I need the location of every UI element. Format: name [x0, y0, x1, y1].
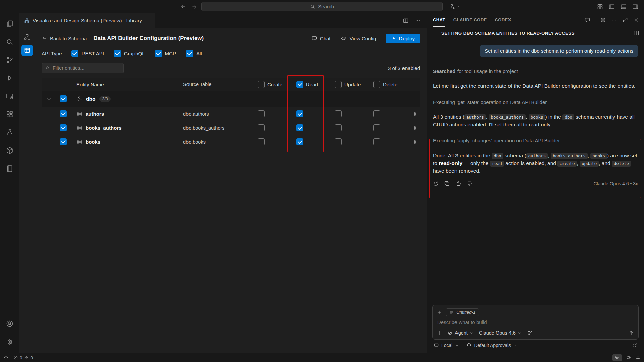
mode-dropdown[interactable]: Agent: [447, 330, 474, 336]
delete-column-checkbox[interactable]: [373, 81, 380, 88]
back-to-schema-button[interactable]: Back to Schema: [42, 36, 87, 41]
collapse-group-icon[interactable]: [46, 96, 52, 102]
chat-more-icon[interactable]: [611, 17, 617, 23]
create-checkbox[interactable]: [258, 124, 265, 131]
activity-explorer[interactable]: [0, 15, 19, 33]
row-checkbox[interactable]: [60, 138, 67, 145]
api-type-checkbox[interactable]: [186, 50, 193, 57]
chat-back-icon[interactable]: [432, 30, 438, 36]
open-chat-in-editor-icon[interactable]: [633, 30, 639, 36]
api-type-graphql[interactable]: GraphQL: [114, 50, 145, 57]
approvals-dropdown[interactable]: Default Approvals: [466, 343, 517, 348]
tab-visualize-design-schema[interactable]: Visualize and Design Schema (Preview) - …: [19, 13, 155, 28]
activity-settings[interactable]: [0, 333, 19, 351]
chat-close-icon[interactable]: [633, 17, 639, 23]
delete-checkbox[interactable]: [373, 110, 380, 117]
schema-designer-view-button[interactable]: [21, 31, 33, 43]
create-checkbox[interactable]: [258, 110, 265, 117]
activity-source-control[interactable]: [0, 51, 19, 69]
activity-notebooks[interactable]: [0, 160, 19, 178]
tab-claude-code[interactable]: CLAUDE CODE: [453, 13, 487, 27]
notifications-bell-icon[interactable]: [635, 355, 641, 360]
create-checkbox[interactable]: [258, 138, 265, 145]
read-checkbox[interactable]: [296, 110, 303, 117]
close-tab-icon[interactable]: [146, 18, 150, 23]
api-type-checkbox[interactable]: [114, 50, 121, 57]
nav-back-icon[interactable]: [180, 4, 186, 10]
read-checkbox[interactable]: [296, 138, 303, 145]
retry-icon[interactable]: [433, 181, 439, 187]
remote-indicator-icon[interactable]: [3, 355, 9, 360]
add-context-icon[interactable]: [437, 310, 442, 315]
split-editor-icon[interactable]: [402, 18, 409, 24]
customize-layout-icon[interactable]: [597, 3, 603, 10]
api-type-rest-api[interactable]: REST API: [71, 50, 104, 57]
activity-remote-explorer[interactable]: [0, 87, 19, 105]
send-button[interactable]: [628, 330, 634, 336]
chat-input[interactable]: Untitled-1 Describe what to build Agent …: [432, 305, 639, 340]
update-checkbox[interactable]: [335, 124, 342, 131]
api-type-all[interactable]: All: [186, 50, 202, 57]
command-center-search[interactable]: Search: [201, 2, 443, 11]
add-attachment-icon[interactable]: [437, 330, 442, 336]
copy-icon[interactable]: [444, 181, 450, 187]
chat-input-placeholder[interactable]: Describe what to build: [437, 319, 634, 327]
deploy-button[interactable]: Deploy: [386, 34, 420, 43]
read-checkbox[interactable]: [296, 124, 303, 131]
create-column-checkbox[interactable]: [258, 81, 265, 88]
api-config-view-button[interactable]: [21, 45, 33, 56]
activity-database-projects[interactable]: [0, 141, 19, 160]
chat-expand-icon[interactable]: [622, 17, 628, 23]
delete-checkbox[interactable]: [373, 138, 380, 145]
chat-settings-icon[interactable]: [600, 17, 606, 23]
activity-accounts[interactable]: [0, 315, 19, 333]
thumbs-down-icon[interactable]: [466, 181, 472, 187]
inline-code: authors: [526, 153, 548, 159]
update-checkbox[interactable]: [335, 138, 342, 145]
problems-indicator[interactable]: 0 0: [13, 355, 33, 360]
delete-checkbox[interactable]: [373, 124, 380, 131]
api-type-checkbox[interactable]: [155, 50, 162, 57]
view-config-button[interactable]: View Config: [341, 35, 376, 41]
copilot-icon[interactable]: [626, 355, 631, 360]
toggle-secondary-sidebar-icon[interactable]: [632, 3, 639, 10]
update-checkbox[interactable]: [335, 110, 342, 117]
sync-icon[interactable]: [632, 343, 637, 348]
chat-mode-menu[interactable]: [584, 17, 595, 23]
zoom-indicator[interactable]: [612, 354, 622, 361]
testing-icon: [6, 128, 14, 136]
col-delete: Delete: [370, 81, 409, 88]
activity-search[interactable]: [0, 33, 19, 51]
row-checkbox[interactable]: [60, 110, 67, 117]
group-checkbox[interactable]: [60, 95, 67, 102]
entity-name: books: [86, 139, 100, 145]
thumbs-up-icon[interactable]: [455, 181, 461, 187]
activity-extensions[interactable]: [0, 105, 19, 123]
api-type-checkbox[interactable]: [71, 50, 78, 57]
tab-chat[interactable]: CHAT: [433, 13, 445, 27]
nav-forward-icon[interactable]: [191, 4, 197, 10]
activity-testing[interactable]: [0, 123, 19, 141]
toggle-primary-sidebar-icon[interactable]: [608, 3, 615, 10]
row-settings-icon[interactable]: [411, 125, 417, 131]
more-actions-icon[interactable]: [415, 18, 421, 24]
row-checkbox[interactable]: [60, 124, 67, 131]
tab-codex[interactable]: CODEX: [495, 13, 511, 27]
attachment-chip[interactable]: Untitled-1: [446, 308, 479, 316]
local-dropdown[interactable]: Local: [434, 343, 459, 348]
table-row: books_authors dbo.books_authors: [42, 121, 420, 135]
update-column-checkbox[interactable]: [335, 81, 342, 88]
model-dropdown[interactable]: Claude Opus 4.6: [479, 330, 522, 336]
toggle-panel-icon[interactable]: [620, 3, 627, 10]
chat-button[interactable]: Chat: [311, 35, 331, 41]
session-menu[interactable]: [450, 4, 461, 10]
api-type-mcp[interactable]: MCP: [155, 50, 176, 57]
filter-entities-input[interactable]: Filter entities...: [42, 63, 124, 73]
row-settings-icon[interactable]: [411, 139, 417, 145]
read-column-checkbox[interactable]: [296, 81, 303, 88]
schema-group-row[interactable]: dbo 3/3: [42, 91, 420, 107]
row-settings-icon[interactable]: [411, 111, 417, 117]
inline-code: dbo: [492, 153, 503, 159]
tools-config-icon[interactable]: [527, 330, 533, 336]
activity-run-debug[interactable]: [0, 69, 19, 87]
